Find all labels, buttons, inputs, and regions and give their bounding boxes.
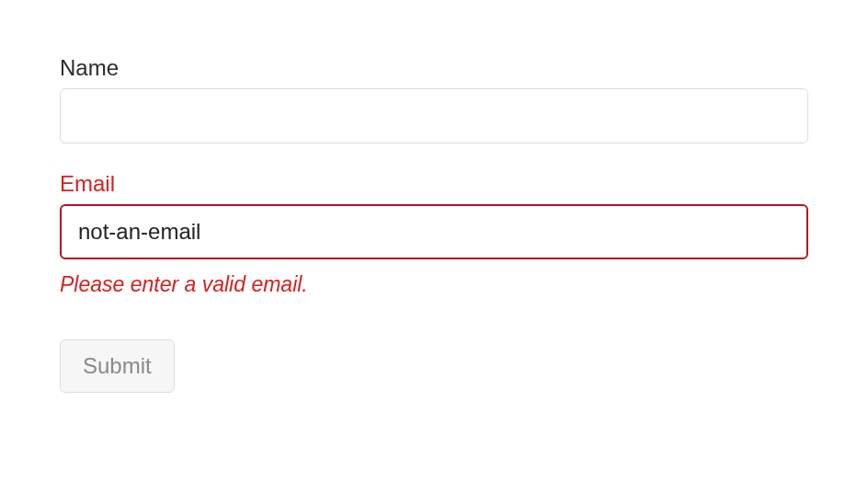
name-label: Name — [60, 55, 808, 81]
email-input[interactable] — [60, 204, 808, 259]
email-error-message: Please enter a valid email. — [60, 272, 808, 297]
form: Name Email Please enter a valid email. S… — [60, 55, 808, 393]
name-field-group: Name — [60, 55, 808, 143]
submit-button[interactable]: Submit — [60, 339, 175, 393]
email-field-group: Email Please enter a valid email. — [60, 171, 808, 297]
name-input[interactable] — [60, 88, 808, 143]
email-label: Email — [60, 171, 808, 197]
